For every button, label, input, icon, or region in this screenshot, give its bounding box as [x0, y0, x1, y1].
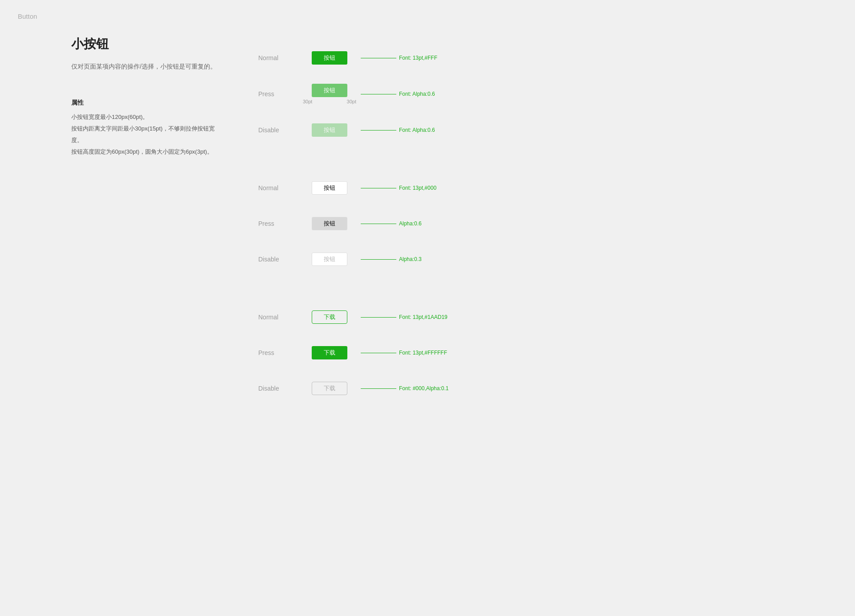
line-connector [361, 94, 396, 94]
line-connector [361, 317, 396, 318]
row-1-normal: Normal 按钮 Font: 13pt,#FFF [258, 40, 784, 76]
annotation-text: Alpha:0.3 [399, 256, 422, 262]
annotation-line: Font: Alpha:0.6 [361, 127, 784, 133]
main-content: 小按钮 仅对页面某项内容的操作/选择，小按钮是可重复的。 属性 小按钮宽度最小1… [0, 0, 855, 442]
state-label: Disable [258, 385, 303, 392]
state-label: Disable [258, 126, 303, 134]
state-label: Press [258, 349, 303, 356]
annotation-text: Font: #000,Alpha:0.1 [399, 385, 448, 392]
button-area: 下载 [303, 382, 356, 395]
annotation-line: Font: 13pt,#FFF [361, 55, 784, 61]
btn-outline-disable: 按钮 [312, 253, 347, 266]
line-connector [361, 388, 396, 389]
attr-list: 小按钮宽度最小120px(60pt)。 按钮内距离文字间距最小30px(15pt… [71, 111, 223, 158]
left-panel: 小按钮 仅对页面某项内容的操作/选择，小按钮是可重复的。 属性 小按钮宽度最小1… [71, 36, 223, 406]
annotation-text: Font: Alpha:0.6 [399, 91, 435, 97]
button-area: 下载 [303, 346, 356, 359]
annotation-line: Font: 13pt,#FFFFFF [361, 350, 784, 356]
attr-line-3: 按钮高度固定为60px(30pt)，圆角大小固定为6px(3pt)。 [71, 146, 223, 158]
row-3-disable: Disable 下载 Font: #000,Alpha:0.1 [258, 371, 784, 406]
btn-outline-press[interactable]: 按钮 [312, 217, 347, 230]
row-1-disable: Disable 按钮 Font: Alpha:0.6 [258, 112, 784, 148]
button-area: 按钮 [303, 217, 356, 230]
btn-solid-press[interactable]: 按钮 [312, 84, 347, 97]
dimension-labels: 30pt 30pt [303, 99, 356, 104]
row-2-normal: Normal 按钮 Font: 13pt,#000 [258, 170, 784, 206]
row-3-press: Press 下载 Font: 13pt,#FFFFFF [258, 335, 784, 371]
annotation-text: Font: 13pt,#000 [399, 185, 436, 191]
annotation-line: Alpha:0.6 [361, 220, 784, 227]
button-area: 按钮 [303, 51, 356, 65]
btn-outline-normal[interactable]: 按钮 [312, 181, 347, 195]
attr-line-1: 小按钮宽度最小120px(60pt)。 [71, 111, 223, 123]
dim-left: 30pt [303, 99, 312, 104]
row-3-normal: Normal 下载 Font: 13pt,#1AAD19 [258, 299, 784, 335]
btn-download-disable: 下载 [312, 382, 347, 395]
line-connector [361, 259, 396, 260]
annotation-line: Font: 13pt,#1AAD19 [361, 314, 784, 320]
annotation-line: Font: Alpha:0.6 [361, 91, 784, 97]
annotation-text: Font: 13pt,#FFF [399, 55, 437, 61]
state-label: Disable [258, 256, 303, 263]
annotation-text: Font: 13pt,#FFFFFF [399, 350, 447, 356]
right-panel: Normal 按钮 Font: 13pt,#FFF Press 按钮 30pt … [258, 36, 784, 406]
annotation-text: Alpha:0.6 [399, 220, 422, 227]
btn-download-press[interactable]: 下载 [312, 346, 347, 359]
page-title: Button [18, 12, 37, 20]
group-2: Normal 按钮 Font: 13pt,#000 Press 按钮 Alpha… [258, 170, 784, 277]
annotation-line: Font: #000,Alpha:0.1 [361, 385, 784, 392]
line-connector [361, 58, 396, 58]
annotation-line: Font: 13pt,#000 [361, 185, 784, 191]
state-label: Normal [258, 184, 303, 192]
line-connector [361, 188, 396, 188]
line-connector [361, 353, 396, 353]
section-desc: 仅对页面某项内容的操作/选择，小按钮是可重复的。 [71, 61, 223, 72]
button-area: 下载 [303, 310, 356, 324]
state-label: Press [258, 220, 303, 227]
section-title: 小按钮 [71, 36, 223, 53]
line-connector [361, 130, 396, 131]
button-area: 按钮 [303, 181, 356, 195]
row-1-press: Press 按钮 30pt 30pt Font: Alpha:0.6 [258, 76, 784, 112]
row-2-press: Press 按钮 Alpha:0.6 [258, 206, 784, 241]
button-area: 按钮 [303, 123, 356, 137]
dim-right: 30pt [347, 99, 356, 104]
group-3: Normal 下载 Font: 13pt,#1AAD19 Press 下载 Fo… [258, 299, 784, 406]
annotation-text: Font: Alpha:0.6 [399, 127, 435, 133]
line-connector [361, 224, 396, 224]
button-area: 按钮 [303, 253, 356, 266]
annotation-line: Alpha:0.3 [361, 256, 784, 262]
group-1: Normal 按钮 Font: 13pt,#FFF Press 按钮 30pt … [258, 40, 784, 148]
state-label: Normal [258, 54, 303, 61]
row-2-disable: Disable 按钮 Alpha:0.3 [258, 241, 784, 277]
state-label: Normal [258, 314, 303, 321]
btn-solid-normal[interactable]: 按钮 [312, 51, 347, 65]
btn-download-normal[interactable]: 下载 [312, 310, 347, 324]
state-label: Press [258, 90, 303, 98]
attr-line-2: 按钮内距离文字间距最小30px(15pt)，不够则拉伸按钮宽度。 [71, 123, 223, 146]
attr-title: 属性 [71, 99, 223, 107]
button-area: 按钮 30pt 30pt [303, 84, 356, 104]
btn-solid-disable: 按钮 [312, 123, 347, 137]
annotation-text: Font: 13pt,#1AAD19 [399, 314, 448, 320]
